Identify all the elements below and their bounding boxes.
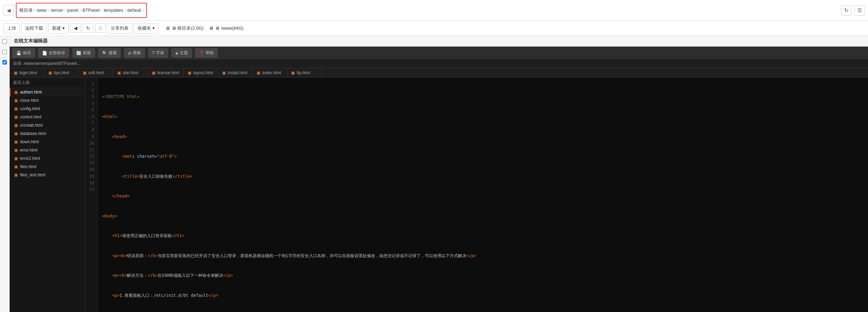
- theme-button[interactable]: ◈ 主题: [171, 48, 192, 58]
- breadcrumb: 根目录 › www › server › panel › BTPanel › t…: [16, 3, 147, 18]
- remote-download-button[interactable]: 远程下载: [21, 23, 47, 33]
- replace-button[interactable]: ⇄ 替换: [124, 48, 145, 58]
- tab-license[interactable]: ▣ license.html: [148, 68, 183, 77]
- file-tree-item-control[interactable]: ▣ control.html: [10, 113, 85, 121]
- code-content[interactable]: <!DOCTYPE html> <html> <head> <meta char…: [98, 78, 868, 312]
- file-tree-item-config[interactable]: ▣ config.html: [10, 105, 85, 113]
- editor-dir: 目录: /www/server/panel/BTPanel/t...: [10, 59, 868, 68]
- file-tree-item-database[interactable]: ▣ database.html: [10, 129, 85, 138]
- storage-root: 🖥 🖥 根目录(2.0G): [166, 25, 203, 31]
- file-tree-item-close[interactable]: ▣ close.html: [10, 96, 85, 105]
- tab-label-login: login.html: [19, 70, 37, 75]
- breadcrumb-sep-0: ›: [34, 8, 36, 13]
- check-row-2: [0, 57, 10, 68]
- toolbar-refresh-button[interactable]: ↻: [82, 23, 94, 33]
- nav-refresh-button[interactable]: ↻: [841, 5, 851, 16]
- check-item-1[interactable]: [2, 50, 7, 54]
- editor-toolbar: 💾 保存 📄 全部保存 🔄 刷新 🔍 搜索 ⇄ 替换: [10, 47, 868, 59]
- font-label: 字体: [156, 50, 164, 56]
- code-line-5: <title>安全入口校验失败</title>: [102, 173, 864, 180]
- code-area[interactable]: 12345 678910 1112131415 1617 <!DOCTYPE h…: [86, 78, 868, 312]
- tab-label-ftp: ftp.html: [297, 70, 310, 75]
- search-icon: 🔍: [102, 51, 107, 56]
- breadcrumb-sep-4: ›: [101, 8, 102, 13]
- file-icon-autherr: ▣: [14, 90, 18, 95]
- file-tree-item-error[interactable]: ▣ error.html: [10, 146, 85, 154]
- editor-header-label: 在线文本编辑器: [14, 38, 48, 43]
- editor-header: 在线文本编辑器: [10, 36, 868, 47]
- breadcrumb-default[interactable]: default: [127, 8, 141, 13]
- tab-ftp[interactable]: ▣ ftp.html: [287, 68, 321, 77]
- nav-setting-button[interactable]: ☰: [854, 5, 865, 16]
- new-button[interactable]: 新建 ▾: [48, 23, 69, 33]
- breadcrumb-panel[interactable]: panel: [67, 8, 78, 13]
- help-icon: ❓: [199, 51, 204, 56]
- check-header: [0, 37, 10, 47]
- check-all[interactable]: [2, 39, 7, 44]
- refresh-editor-label: 刷新: [83, 50, 91, 56]
- breadcrumb-server[interactable]: server: [51, 8, 63, 13]
- tab-login[interactable]: ▣ login.html: [10, 68, 44, 77]
- help-label: 帮助: [206, 50, 214, 56]
- help-button[interactable]: ❓ 帮助: [195, 48, 218, 58]
- toolbar-back-button[interactable]: ◀: [70, 23, 81, 33]
- tab-soft[interactable]: ▣ soft.html: [79, 68, 113, 77]
- tab-tips[interactable]: ▣ tips.html: [44, 68, 79, 77]
- breadcrumb-templates[interactable]: templates: [104, 8, 123, 13]
- file-tree-item-files-test[interactable]: ▣ files_test.html: [10, 171, 85, 179]
- code-line-10: <p><b>解决方法：</b>在SSH终端输入以下一种命令来解决</p>: [102, 272, 864, 279]
- replace-icon: ⇄: [128, 51, 131, 56]
- file-tree-item-autherr[interactable]: ▣ autherr.html: [10, 88, 85, 96]
- toolbar-terminal-button[interactable]: □: [95, 23, 106, 33]
- save-button[interactable]: 💾 保存: [12, 48, 35, 58]
- code-line-4: <meta charset="utf-8">: [102, 153, 864, 160]
- tab-layout[interactable]: ▣ layout.html: [183, 68, 218, 77]
- save-all-button[interactable]: 📄 全部保存: [38, 48, 69, 58]
- editor-dir-label: 目录: /www/server/panel/BTPanel/t...: [13, 61, 80, 66]
- check-row-1: [0, 47, 10, 57]
- upload-button[interactable]: 上传: [3, 23, 20, 33]
- file-tree-item-error2[interactable]: ▣ error2.html: [10, 154, 85, 163]
- breadcrumb-sep-3: ›: [80, 8, 81, 13]
- file-tree-item-crontab[interactable]: ▣ crontab.html: [10, 121, 85, 129]
- file-name-files-test: files_test.html: [20, 173, 45, 177]
- breadcrumb-www[interactable]: www: [37, 8, 47, 13]
- breadcrumb-root[interactable]: 根目录: [19, 7, 33, 13]
- font-button[interactable]: T 字体: [148, 48, 168, 58]
- file-tree-back[interactable]: 返回上级: [10, 78, 85, 88]
- collect-button[interactable]: 收藏夹 ▾: [134, 23, 159, 33]
- file-tree-item-down[interactable]: ▣ down.html: [10, 138, 85, 146]
- tab-site[interactable]: ▣ site.html: [113, 68, 148, 77]
- collect-label: 收藏夹: [138, 25, 151, 31]
- share-list-label: 分享列表: [111, 25, 129, 31]
- back-button[interactable]: ◀: [3, 5, 14, 16]
- tab-index[interactable]: ▣ index.html: [252, 68, 287, 77]
- tab-icon-install: ▣: [222, 70, 226, 75]
- file-tabs: ▣ login.html ▣ tips.html ▣ soft.html ▣ s…: [10, 68, 868, 78]
- code-line-1: <!DOCTYPE html>: [102, 94, 864, 100]
- tab-install[interactable]: ▣ install.html: [218, 68, 252, 77]
- file-tree-item-files[interactable]: ▣ files.html: [10, 163, 85, 171]
- file-tree: 返回上级 ▣ autherr.html ▣ close.html ▣ confi…: [10, 78, 86, 312]
- tab-icon-soft: ▣: [83, 70, 87, 75]
- code-line-7: <body>: [102, 213, 864, 220]
- share-list-button[interactable]: 分享列表: [107, 23, 132, 33]
- full-layout: ◀ 根目录 › www › server › panel › BTPanel ›…: [0, 0, 868, 312]
- check-item-2[interactable]: [2, 60, 7, 65]
- search-button[interactable]: 🔍 搜索: [98, 48, 121, 58]
- file-icon-files: ▣: [14, 164, 18, 169]
- line-numbers: 12345 678910 1112131415 1617: [86, 78, 98, 312]
- refresh-editor-button[interactable]: 🔄 刷新: [72, 48, 95, 58]
- breadcrumb-btpanel[interactable]: BTPanel: [82, 8, 100, 13]
- breadcrumb-sep-1: ›: [48, 8, 49, 13]
- save-all-icon: 📄: [42, 51, 47, 56]
- storage-www-label: 🖥 /www(84G): [215, 26, 243, 31]
- file-icon-error: ▣: [14, 148, 18, 153]
- file-name-files: files.html: [20, 164, 36, 169]
- toolbar: 上传 远程下载 新建 ▾ ◀ ↻ □ 分享列表 收藏夹 ▾ 🖥 🖥 根目录(2.…: [0, 21, 868, 36]
- code-line-11: <p>1.查看面板入口：/etc/init.d/bt default</p>: [102, 292, 864, 299]
- search-label: 搜索: [109, 50, 117, 56]
- code-line-6: </head>: [102, 193, 864, 199]
- tab-label-soft: soft.html: [88, 70, 104, 75]
- tab-icon-login: ▣: [14, 70, 18, 75]
